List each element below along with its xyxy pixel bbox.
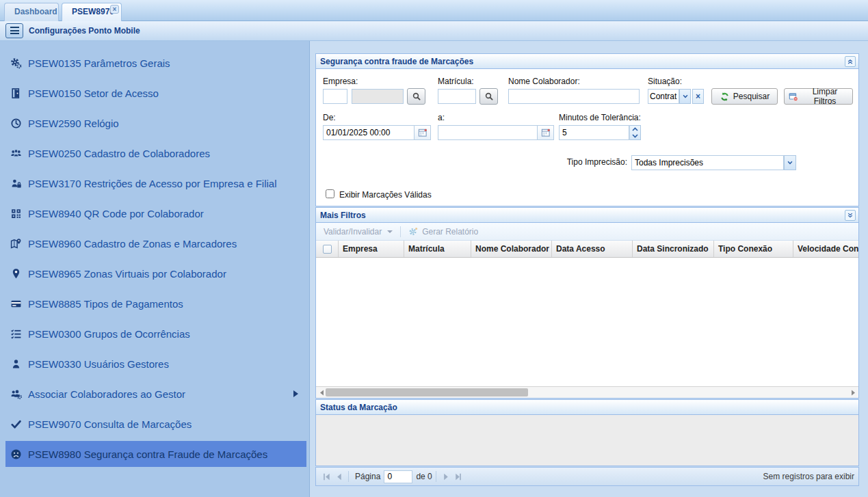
exibir-marcacoes-checkbox[interactable] bbox=[326, 189, 334, 198]
status-panel-body bbox=[316, 415, 858, 466]
grid-toolbar: Validar/Invalidar Gerar Relatório bbox=[316, 223, 858, 241]
status-panel-header: Status da Marcação bbox=[316, 400, 858, 415]
page-of-label: de 0 bbox=[416, 472, 432, 481]
sidebar-item-label: PSEW2590 Relógio bbox=[28, 118, 119, 129]
page-number-input[interactable] bbox=[384, 470, 412, 483]
minutos-spinner[interactable] bbox=[629, 125, 641, 140]
collapse-down-icon[interactable] bbox=[845, 210, 856, 221]
tab-psew8970[interactable]: PSEW8970 × bbox=[62, 3, 122, 21]
task-list-icon bbox=[10, 327, 22, 340]
nome-colaborador-input[interactable] bbox=[508, 89, 640, 104]
matricula-search-button[interactable] bbox=[479, 88, 498, 105]
situacao-label: Situação: bbox=[648, 77, 682, 86]
door-icon bbox=[10, 87, 22, 99]
a-date-input[interactable] bbox=[438, 125, 538, 140]
limpar-filtros-button-label: Limpar Filtros bbox=[802, 87, 848, 106]
sidebar-item-label: PSEW0250 Cadastro de Colaboradores bbox=[28, 148, 210, 159]
gerar-relatorio-button[interactable]: Gerar Relatório bbox=[405, 226, 482, 237]
scrollbar-thumb[interactable] bbox=[326, 388, 528, 397]
gears-icon bbox=[10, 57, 22, 69]
sidebar-item-cadastro-colaboradores[interactable]: PSEW0250 Cadastro de Colaboradores bbox=[0, 138, 309, 168]
menu-caret-icon bbox=[387, 230, 393, 233]
sidebar-item-label: Associar Colaboradores ao Gestor bbox=[28, 388, 185, 400]
sidebar-item-label: PSEW8940 QR Code por Colaborador bbox=[28, 208, 204, 219]
sidebar-item-consulta-marcacoes[interactable]: PSEW9070 Consulta de Marcações bbox=[0, 409, 309, 439]
close-icon[interactable]: × bbox=[110, 5, 119, 14]
sidebar-item-associar-colaboradores[interactable]: Associar Colaboradores ao Gestor bbox=[0, 379, 309, 409]
sad-face-icon bbox=[10, 448, 22, 460]
first-page-icon[interactable] bbox=[320, 470, 332, 483]
sidebar-item-tipos-pagamentos[interactable]: PSEW8885 Tipos de Pagamentos bbox=[0, 288, 309, 319]
column-header-empresa[interactable]: Empresa bbox=[339, 241, 404, 258]
situacao-dropdown-icon[interactable] bbox=[679, 89, 691, 104]
minutos-tolerancia-input[interactable] bbox=[559, 125, 629, 140]
select-all-checkbox[interactable] bbox=[323, 245, 332, 254]
user-lock-icon bbox=[10, 177, 22, 189]
matricula-input[interactable] bbox=[438, 89, 476, 104]
report-gear-icon bbox=[408, 226, 419, 237]
column-header-velocidade-conexao[interactable]: Velocidade Conexão bbox=[793, 241, 858, 258]
de-calendar-icon[interactable] bbox=[415, 125, 431, 140]
sidebar-item-zonas-virtuais[interactable]: PSEW8965 Zonas Virtuais por Colaborador bbox=[0, 258, 309, 288]
sidebar-item-restricoes-acesso[interactable]: PSEW3170 Restrições de Acesso por Empres… bbox=[0, 168, 309, 198]
page-title: Configurações Ponto Mobile bbox=[29, 26, 140, 36]
tab-dashboard[interactable]: Dashboard bbox=[4, 3, 59, 21]
magnifier-icon bbox=[412, 92, 421, 101]
column-header-data-acesso[interactable]: Data Acesso bbox=[552, 241, 633, 258]
empresa-label: Empresa: bbox=[323, 77, 358, 86]
next-page-icon[interactable] bbox=[440, 470, 452, 483]
tab-psew8970-label: PSEW8970 bbox=[72, 7, 114, 16]
pager-separator bbox=[348, 471, 349, 482]
hamburger-icon[interactable] bbox=[5, 23, 23, 38]
tipo-imprecisao-dropdown-icon[interactable] bbox=[784, 155, 796, 170]
horizontal-scrollbar[interactable] bbox=[316, 386, 858, 398]
sidebar-item-seguranca-fraude[interactable]: PSEW8980 Segurança contra Fraude de Marc… bbox=[5, 441, 306, 467]
empresa-search-button[interactable] bbox=[407, 88, 425, 105]
qr-code-icon bbox=[10, 207, 22, 219]
de-date-input[interactable] bbox=[323, 125, 415, 140]
tipo-imprecisao-combo-input[interactable] bbox=[631, 155, 784, 170]
spinner-down-icon[interactable] bbox=[630, 133, 640, 139]
payment-card-icon bbox=[10, 297, 22, 310]
empresa-code-input[interactable] bbox=[323, 89, 347, 104]
app-window: Dashboard PSEW8970 × Configurações Ponto… bbox=[0, 0, 868, 497]
grid-header-row: Empresa Matrícula Nome Colaborador Data … bbox=[316, 241, 858, 258]
collapse-up-icon[interactable] bbox=[845, 56, 856, 67]
app-header: Configurações Ponto Mobile bbox=[0, 21, 868, 41]
nome-colaborador-label: Nome Colaborador: bbox=[508, 77, 580, 86]
spinner-up-icon[interactable] bbox=[630, 126, 640, 133]
search-form: Empresa: Matrícula: Nome Colaborador: Si… bbox=[316, 69, 858, 206]
column-header-tipo-conexao[interactable]: Tipo Conexão bbox=[714, 241, 793, 258]
sidebar-item-setor-de-acesso[interactable]: PSEW0150 Setor de Acesso bbox=[0, 78, 309, 108]
refresh-icon bbox=[720, 92, 730, 102]
pesquisar-button-label: Pesquisar bbox=[733, 92, 770, 101]
sidebar-item-label: PSEW0135 Parâmetros Gerais bbox=[28, 57, 170, 69]
sidebar-item-usuarios-gestores[interactable]: PSEW0330 Usuários Gestores bbox=[0, 349, 309, 379]
empresa-name-input bbox=[352, 89, 404, 104]
users-gear-icon bbox=[10, 388, 22, 400]
matricula-label: Matrícula: bbox=[438, 77, 474, 86]
user-icon bbox=[10, 358, 22, 370]
sidebar-item-label: PSEW8885 Tipos de Pagamentos bbox=[28, 298, 183, 310]
column-header-nome-colaborador[interactable]: Nome Colaborador bbox=[471, 241, 552, 258]
pagination-bar: Página de 0 Sem registros para exibir bbox=[315, 467, 859, 486]
filters-panel-header: Mais Filtros bbox=[316, 208, 858, 223]
sidebar-item-label: PSEW8965 Zonas Virtuais por Colaborador bbox=[28, 268, 226, 280]
sidebar-item-zonas-marcadores[interactable]: PSEW8960 Cadastro de Zonas e Marcadores bbox=[0, 228, 309, 258]
limpar-filtros-button[interactable]: Limpar Filtros bbox=[784, 88, 853, 105]
sidebar-item-parametros-gerais[interactable]: PSEW0135 Parâmetros Gerais bbox=[0, 48, 309, 78]
situacao-combo-input[interactable] bbox=[648, 89, 679, 104]
sidebar-item-grupos-ocorrencias[interactable]: PSEW0300 Grupos de Ocorrências bbox=[0, 319, 309, 349]
column-header-matricula[interactable]: Matrícula bbox=[404, 241, 471, 258]
last-page-icon[interactable] bbox=[452, 470, 464, 483]
prev-page-icon[interactable] bbox=[332, 470, 345, 483]
validar-invalidar-button[interactable]: Validar/Invalidar bbox=[320, 227, 396, 237]
a-calendar-icon[interactable] bbox=[538, 125, 554, 140]
toolbar-separator bbox=[400, 226, 401, 237]
scroll-right-icon[interactable] bbox=[847, 387, 858, 398]
pesquisar-button[interactable]: Pesquisar bbox=[711, 88, 778, 105]
situacao-clear-icon[interactable]: × bbox=[692, 89, 704, 104]
sidebar-item-relogio[interactable]: PSEW2590 Relógio bbox=[0, 108, 309, 138]
column-header-data-sincronizado[interactable]: Data Sincronizado bbox=[633, 241, 714, 258]
sidebar-item-qr-code[interactable]: PSEW8940 QR Code por Colaborador bbox=[0, 198, 309, 228]
